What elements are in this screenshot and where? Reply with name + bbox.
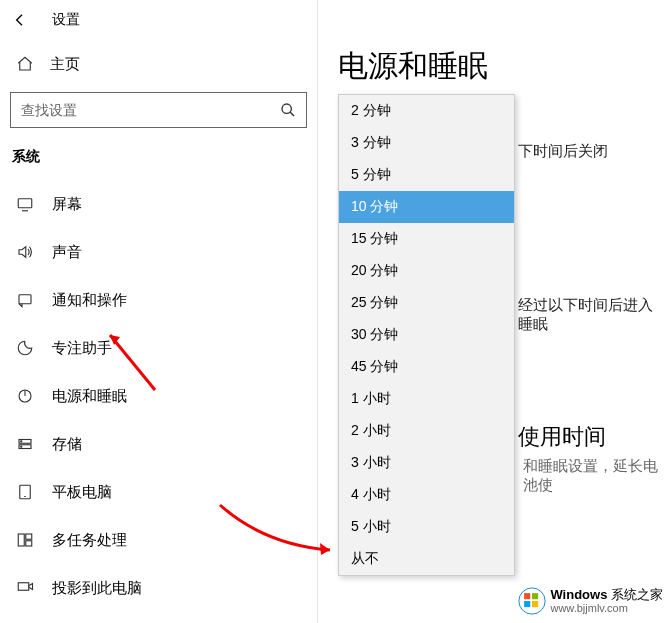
project-icon <box>16 579 34 597</box>
sidebar-item-label: 多任务处理 <box>52 531 127 550</box>
search-box[interactable] <box>10 92 307 128</box>
watermark: Windows 系统之家 www.bjjmlv.com <box>518 587 663 615</box>
storage-icon <box>16 435 34 453</box>
sidebar-item-project[interactable]: 投影到此电脑 <box>0 564 317 612</box>
app-name: 设置 <box>52 11 80 29</box>
svg-rect-2 <box>18 199 32 208</box>
dropdown-item[interactable]: 20 分钟 <box>339 255 514 287</box>
svg-line-1 <box>290 112 294 116</box>
windows-logo-icon <box>518 587 546 615</box>
page-title: 电源和睡眠 <box>338 0 667 105</box>
search-icon <box>280 102 296 118</box>
section-title: 使用时间 <box>518 422 606 452</box>
tablet-icon <box>16 483 34 501</box>
back-button[interactable] <box>8 8 32 32</box>
sidebar-item-label: 投影到此电脑 <box>52 579 142 598</box>
sidebar-item-label: 存储 <box>52 435 82 454</box>
svg-rect-15 <box>26 541 32 546</box>
sidebar-item-label: 屏幕 <box>52 195 82 214</box>
sidebar-item-label: 电源和睡眠 <box>52 387 127 406</box>
dropdown-item[interactable]: 2 小时 <box>339 415 514 447</box>
search-input[interactable] <box>21 102 280 118</box>
svg-point-9 <box>21 441 22 442</box>
back-arrow-icon <box>12 12 28 28</box>
svg-rect-13 <box>18 534 24 546</box>
svg-rect-16 <box>18 583 29 591</box>
sidebar-item-notifications[interactable]: 通知和操作 <box>0 276 317 324</box>
dropdown-item[interactable]: 25 分钟 <box>339 287 514 319</box>
svg-point-0 <box>282 104 291 113</box>
svg-rect-19 <box>532 593 538 599</box>
sleep-label: 经过以下时间后进入睡眠 <box>518 296 667 334</box>
sidebar-item-focus[interactable]: 专注助手 <box>0 324 317 372</box>
dropdown-item[interactable]: 4 小时 <box>339 479 514 511</box>
dropdown-item[interactable]: 5 分钟 <box>339 159 514 191</box>
dropdown-item[interactable]: 15 分钟 <box>339 223 514 255</box>
section-header: 系统 <box>0 140 317 180</box>
svg-point-10 <box>21 446 22 447</box>
sidebar-item-label: 平板电脑 <box>52 483 112 502</box>
sidebar-item-sound[interactable]: 声音 <box>0 228 317 276</box>
dropdown-item[interactable]: 5 小时 <box>339 511 514 543</box>
watermark-brand: Windows 系统之家 <box>550 588 663 602</box>
dropdown-item[interactable]: 3 分钟 <box>339 127 514 159</box>
dropdown-item[interactable]: 30 分钟 <box>339 319 514 351</box>
sidebar-item-label: 专注助手 <box>52 339 112 358</box>
focus-icon <box>16 339 34 357</box>
svg-rect-18 <box>525 593 531 599</box>
dropdown-item[interactable]: 1 小时 <box>339 383 514 415</box>
main-content: 电源和睡眠 下时间后关闭 经过以下时间后进入睡眠 使用时间 和睡眠设置，延长电池… <box>338 0 667 623</box>
watermark-url: www.bjjmlv.com <box>550 602 663 614</box>
dropdown-item[interactable]: 2 分钟 <box>339 95 514 127</box>
sidebar-item-power[interactable]: 电源和睡眠 <box>0 372 317 420</box>
sidebar: 设置 主页 系统 屏幕 声音 通知和操作 专注助手 电源和睡眠 存储 平板电脑 <box>0 0 318 623</box>
time-dropdown[interactable]: 2 分钟 3 分钟 5 分钟 10 分钟 15 分钟 20 分钟 25 分钟 3… <box>338 94 515 576</box>
multitask-icon <box>16 531 34 549</box>
sound-icon <box>16 243 34 261</box>
home-icon <box>16 55 34 73</box>
sidebar-item-label: 通知和操作 <box>52 291 127 310</box>
dropdown-item[interactable]: 3 小时 <box>339 447 514 479</box>
notifications-icon <box>16 291 34 309</box>
home-link[interactable]: 主页 <box>0 40 317 88</box>
home-label: 主页 <box>50 55 80 74</box>
svg-rect-21 <box>532 601 538 607</box>
svg-rect-14 <box>26 534 32 539</box>
sidebar-item-multitask[interactable]: 多任务处理 <box>0 516 317 564</box>
sidebar-item-storage[interactable]: 存储 <box>0 420 317 468</box>
dropdown-item[interactable]: 从不 <box>339 543 514 575</box>
top-bar: 设置 <box>0 0 317 40</box>
section-sub: 和睡眠设置，延长电池使 <box>523 457 667 495</box>
sidebar-item-display[interactable]: 屏幕 <box>0 180 317 228</box>
power-icon <box>16 387 34 405</box>
dropdown-item[interactable]: 45 分钟 <box>339 351 514 383</box>
sidebar-item-label: 声音 <box>52 243 82 262</box>
svg-rect-4 <box>19 295 31 304</box>
screen-off-label: 下时间后关闭 <box>518 142 608 161</box>
display-icon <box>16 195 34 213</box>
svg-rect-20 <box>525 601 531 607</box>
dropdown-item-selected[interactable]: 10 分钟 <box>339 191 514 223</box>
sidebar-item-tablet[interactable]: 平板电脑 <box>0 468 317 516</box>
